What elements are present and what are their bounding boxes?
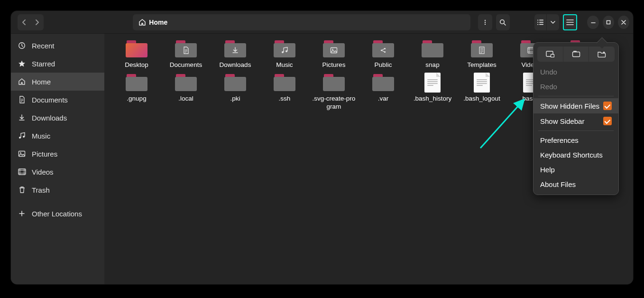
file-label: Downloads [220, 61, 251, 69]
main-menu-button[interactable] [563, 14, 577, 30]
maximize-button[interactable] [603, 16, 614, 29]
menu-separator [538, 130, 614, 131]
svg-point-17 [381, 49, 382, 51]
sidebar-item-label: Trash [32, 186, 50, 194]
file-icon [474, 73, 490, 93]
path-label: Home [149, 19, 167, 26]
checkbox-checked-icon [603, 102, 612, 110]
list-view-button[interactable] [534, 14, 547, 30]
menu-redo[interactable]: Redo [534, 79, 618, 94]
hamburger-icon [566, 19, 574, 26]
menu-about[interactable]: About Files [534, 177, 618, 192]
svg-rect-9 [539, 24, 543, 25]
new-tab-button[interactable] [563, 47, 589, 62]
folder-icon [372, 74, 394, 91]
main-menu-popover: Undo Redo Show Hidden Files Show Sidebar… [533, 42, 619, 195]
file-icon [424, 73, 441, 93]
window-action-group [537, 47, 615, 62]
menu-preferences[interactable]: Preferences [534, 133, 618, 148]
svg-point-6 [537, 24, 538, 25]
sidebar-item-label: Videos [32, 168, 54, 176]
file-label: .bash_logout [463, 95, 500, 103]
forward-button[interactable] [31, 14, 44, 30]
file-item[interactable]: .svg-create-program [309, 73, 359, 111]
svg-point-13 [20, 152, 21, 153]
sidebar-item-home[interactable]: Home [11, 73, 104, 91]
file-item[interactable]: .bash_history [408, 73, 457, 111]
sidebar-other-locations[interactable]: Other Locations [11, 205, 104, 223]
sidebar-item-music[interactable]: Music [11, 127, 104, 145]
sidebar-item-documents[interactable]: Documents [11, 91, 104, 109]
checkbox-checked-icon [603, 117, 612, 125]
minimize-button[interactable] [587, 16, 598, 29]
folder-icon [274, 74, 295, 91]
file-item[interactable]: Public [359, 39, 408, 69]
new-folder-button[interactable] [589, 47, 615, 62]
file-manager-window: Home [10, 10, 634, 285]
path-bar[interactable]: Home [133, 14, 470, 30]
kebab-menu-button[interactable] [478, 14, 492, 30]
folder-icon [323, 40, 345, 57]
sidebar-item-pictures[interactable]: Pictures [11, 145, 104, 163]
folder-icon [471, 40, 493, 57]
file-item[interactable]: .bash_logout [457, 73, 506, 111]
view-switcher [534, 14, 559, 30]
file-item[interactable]: .gnupg [112, 73, 161, 111]
svg-point-1 [485, 21, 486, 22]
home-icon [138, 19, 146, 26]
svg-point-2 [485, 23, 486, 24]
sidebar-item-label: Starred [32, 60, 55, 68]
svg-point-16 [332, 49, 333, 50]
file-item[interactable]: Documents [161, 39, 211, 69]
home-icon [18, 78, 26, 85]
nav-history-group [18, 14, 44, 30]
svg-rect-7 [539, 19, 543, 20]
file-label: Documents [170, 61, 202, 69]
pic-icon [18, 150, 26, 158]
sidebar-item-videos[interactable]: Videos [11, 163, 104, 181]
file-label: .bash_history [414, 95, 451, 103]
svg-rect-24 [572, 52, 580, 57]
file-item[interactable]: .pki [211, 73, 260, 111]
file-item[interactable]: Desktop [112, 39, 161, 69]
sidebar-item-starred[interactable]: Starred [11, 55, 104, 73]
file-item[interactable]: .var [359, 73, 408, 111]
video-icon [18, 168, 26, 175]
svg-point-18 [384, 48, 386, 49]
folder-icon [224, 74, 246, 91]
sidebar-item-recent[interactable]: Recent [11, 37, 104, 55]
back-button[interactable] [18, 14, 31, 30]
new-window-button[interactable] [537, 47, 563, 62]
sidebar-item-downloads[interactable]: Downloads [11, 109, 104, 127]
menu-show-hidden-files[interactable]: Show Hidden Files [534, 98, 618, 113]
file-label: Templates [467, 61, 497, 69]
file-item[interactable]: .local [161, 73, 211, 111]
file-label: snap [425, 61, 439, 69]
file-label: .ssh [279, 95, 291, 103]
sidebar-item-label: Pictures [32, 150, 57, 158]
file-item[interactable]: .ssh [260, 73, 309, 111]
svg-point-0 [485, 19, 486, 20]
search-button[interactable] [496, 14, 510, 30]
file-item[interactable]: Pictures [309, 39, 359, 69]
folder-icon [372, 40, 394, 57]
svg-rect-8 [539, 22, 543, 23]
sidebar-item-trash[interactable]: Trash [11, 181, 104, 199]
close-button[interactable] [618, 16, 629, 29]
file-label: Pictures [322, 61, 346, 69]
file-item[interactable]: Templates [457, 39, 506, 69]
sidebar-item-label: Other Locations [32, 210, 82, 218]
menu-show-sidebar[interactable]: Show Sidebar [534, 113, 618, 129]
file-item[interactable]: Downloads [211, 39, 260, 69]
menu-help[interactable]: Help [534, 162, 618, 177]
menu-keyboard-shortcuts[interactable]: Keyboard Shortcuts [534, 148, 618, 162]
folder-icon [126, 74, 147, 91]
file-item[interactable]: snap [408, 39, 457, 69]
menu-undo[interactable]: Undo [534, 65, 618, 79]
folder-icon [175, 74, 197, 91]
view-options-button[interactable] [547, 14, 559, 30]
file-label: .var [378, 95, 389, 103]
folder-icon [175, 40, 197, 57]
file-item[interactable]: Music [260, 39, 309, 69]
folder-icon [422, 40, 443, 57]
